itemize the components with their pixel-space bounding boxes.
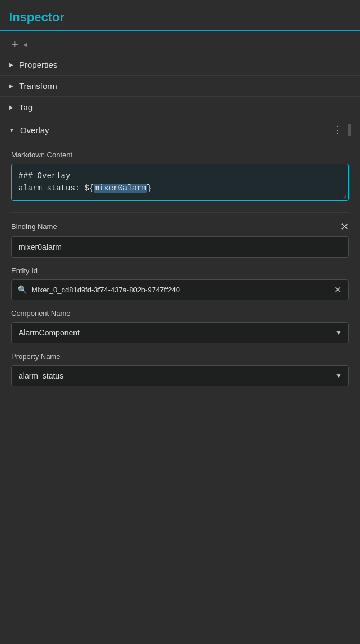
markdown-line2-prefix: alarm status: ${ [19,184,94,193]
overlay-arrow-icon: ▼ [9,127,15,133]
component-name-wrapper: AlarmComponent ▼ [11,322,349,343]
property-name-label: Property Name [11,352,349,361]
add-button[interactable]: + [9,38,21,50]
section-transform[interactable]: ▶ Transform [0,75,360,96]
collapse-arrow-icon: ◀ [23,41,27,48]
search-icon: 🔍 [17,285,27,294]
markdown-content-label: Markdown Content [11,151,349,159]
inspector-panel: Inspector + ◀ ▶ Properties ▶ Transform ▶… [0,0,360,644]
markdown-line1: ### Overlay [19,170,341,182]
property-name-wrapper: alarm_status ▼ [11,365,349,386]
inspector-title: Inspector [9,10,64,24]
markdown-line2-suffix: } [147,184,151,193]
entity-id-label: Entity Id [11,267,349,275]
edge-indicator [348,124,351,136]
markdown-binding-highlight: mixer0alarm [94,184,146,193]
section-tag[interactable]: ▶ Tag [0,96,360,118]
add-row: + ◀ [0,31,360,54]
transform-label: Transform [19,81,57,91]
binding-close-button[interactable]: ✕ [340,222,349,232]
component-name-label: Component Name [11,309,349,318]
properties-arrow-icon: ▶ [9,62,13,68]
section-divider [11,212,349,213]
entity-id-value: Mixer_0_cd81d9fd-3f74-437a-802b-9747ff24… [31,286,333,294]
section-properties[interactable]: ▶ Properties [0,54,360,75]
binding-name-label: Binding Name [11,222,57,231]
markdown-content-field[interactable]: ### Overlay alarm status: ${mixer0alarm}… [11,164,349,201]
overlay-label: Overlay [20,125,49,135]
overlay-more-options-button[interactable]: ⋮ [330,124,345,136]
overlay-content: Markdown Content ### Overlay alarm statu… [0,142,360,404]
component-name-select[interactable]: AlarmComponent [11,322,349,343]
binding-name-row: Binding Name ✕ [11,222,349,232]
entity-id-field[interactable]: 🔍 Mixer_0_cd81d9fd-3f74-437a-802b-9747ff… [11,279,349,300]
clear-entity-button[interactable]: ✕ [333,284,343,295]
textarea-resize-handle[interactable]: ⌟ [343,191,347,199]
section-overlay: ▼ Overlay ⋮ Markdown Content ### Overlay… [0,118,360,404]
binding-name-input[interactable] [11,236,349,258]
tag-label: Tag [19,102,33,112]
transform-arrow-icon: ▶ [9,83,13,89]
property-name-select[interactable]: alarm_status [11,365,349,386]
properties-label: Properties [19,60,57,69]
markdown-line2: alarm status: ${mixer0alarm} [19,182,341,194]
inspector-header: Inspector [0,0,360,31]
overlay-header[interactable]: ▼ Overlay ⋮ [0,118,360,142]
tag-arrow-icon: ▶ [9,104,13,110]
